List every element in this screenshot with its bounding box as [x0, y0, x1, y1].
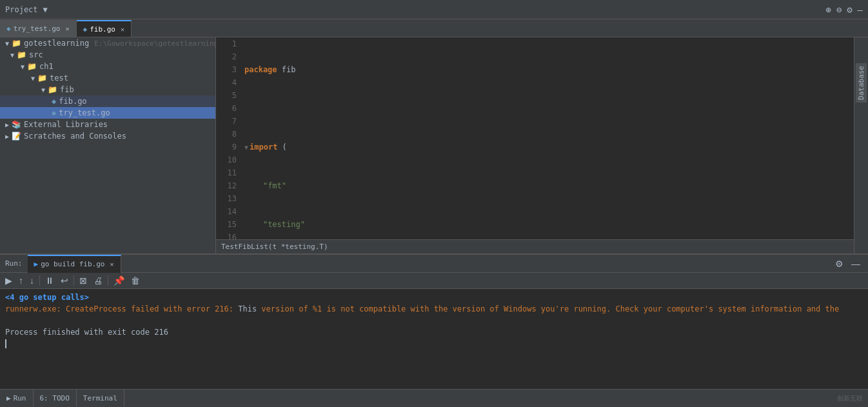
- console-line-3: [5, 315, 863, 326]
- sidebar-item-try-test-go[interactable]: ◆ try_test.go: [0, 107, 215, 119]
- sidebar-root-path: E:\Goworkspace\gotestlearning: [94, 39, 216, 48]
- tab-icon-fib: ◆: [83, 25, 88, 34]
- sidebar-fib-folder-label: fib: [60, 85, 74, 94]
- bottom-nav-terminal[interactable]: Terminal: [77, 390, 124, 408]
- new-scratch-icon[interactable]: ⊕: [825, 5, 831, 15]
- sidebar-item-external-libraries[interactable]: ▶ 📚 External Libraries: [0, 119, 215, 130]
- bottom-nav-run[interactable]: ▶ Run: [0, 390, 34, 408]
- bottom-tab-label: go build fib.go: [41, 260, 104, 268]
- tab-close-try-test[interactable]: ✕: [65, 25, 69, 32]
- sidebar-item-gotestlearning[interactable]: ▼ 📁 gotestlearning E:\Goworkspace\gotest…: [0, 37, 215, 49]
- folder-icon-fib-folder: 📁: [48, 85, 57, 94]
- scratches-icon: 📝: [12, 132, 21, 141]
- file-icon-try-test-go: ◆: [52, 108, 56, 117]
- expand-arrow-root: ▼: [5, 40, 9, 47]
- sidebar-item-ch1[interactable]: ▼ 📁 ch1: [0, 61, 215, 72]
- sidebar-ch1-label: ch1: [39, 62, 54, 71]
- sidebar-item-fib-go[interactable]: ◆ fib.go: [0, 95, 215, 107]
- sidebar-item-scratches[interactable]: ▶ 📝 Scratches and Consoles: [0, 130, 215, 142]
- code-line-3: ▼import (: [244, 141, 854, 154]
- console-cursor-line: [5, 338, 863, 350]
- bottom-tab-go-build[interactable]: ▶ go build fib.go ✕: [28, 255, 121, 273]
- console-cursor: [5, 339, 11, 348]
- line-numbers: 1 2 3 4 5 6 7 8 9 10 11 12 13 14 15 16: [216, 37, 242, 239]
- sidebar-scratches-label: Scratches and Consoles: [24, 132, 126, 141]
- scroll-down-button[interactable]: ↓: [27, 274, 37, 287]
- expand-arrow-src: ▼: [10, 52, 14, 59]
- code-line-2: [244, 102, 854, 115]
- settings-button[interactable]: ⚙: [833, 257, 846, 270]
- tab-fib-go[interactable]: ◆ fib.go ✕: [77, 20, 132, 37]
- sidebar-item-test[interactable]: ▼ 📁 test: [0, 72, 215, 84]
- sidebar-item-src[interactable]: ▼ 📁 src: [0, 49, 215, 61]
- editor-area: 1 2 3 4 5 6 7 8 9 10 11 12 13 14 15 16 p…: [216, 37, 854, 253]
- scroll-up-button[interactable]: ↑: [16, 274, 26, 287]
- top-bar-icons: ⊕ ⊖ ⚙ —: [825, 5, 863, 15]
- run-nav-label: Run: [14, 394, 26, 402]
- editor-function-hint: TestFibList(t *testing.T): [221, 243, 328, 251]
- expand-arrow-fib-folder: ▼: [41, 86, 45, 94]
- bottom-nav: ▶ Run 6: TODO Terminal 创新互联: [0, 389, 868, 407]
- project-label[interactable]: Project: [5, 5, 38, 14]
- bottom-panel: Run: ▶ go build fib.go ✕ ⚙ — ▶ ↑ ↓ ⏸ ↩ ⊠…: [0, 253, 868, 389]
- sidebar-src-label: src: [29, 50, 43, 59]
- todo-nav-label: 6: TODO: [40, 394, 70, 402]
- folder-icon-root: 📁: [12, 39, 21, 48]
- tab-label-fib: fib.go: [90, 25, 115, 34]
- run-nav-icon: ▶: [6, 394, 11, 402]
- clear-button[interactable]: ⊠: [77, 274, 90, 287]
- sidebar-item-fib-folder[interactable]: ▼ 📁 fib: [0, 84, 215, 95]
- minimize-icon[interactable]: —: [858, 5, 863, 15]
- right-panel: Database: [854, 37, 868, 253]
- sidebar-ext-lib-label: External Libraries: [24, 120, 108, 129]
- pin-button[interactable]: 📌: [111, 274, 127, 287]
- ext-lib-icon: 📚: [12, 120, 21, 129]
- console-line-4: Process finished with exit code 216: [5, 326, 863, 338]
- bottom-tab-close[interactable]: ✕: [110, 261, 113, 268]
- sidebar-fib-go-label: fib.go: [59, 97, 86, 106]
- settings-icon[interactable]: ⚙: [847, 5, 852, 15]
- console-line-2: runnerw.exe: CreateProcess failed with e…: [5, 303, 863, 315]
- tab-label-try-test: try_test.go: [14, 25, 61, 33]
- expand-arrow-test: ▼: [31, 75, 35, 82]
- wrap-lines-button[interactable]: ↩: [58, 274, 71, 287]
- watermark: 创新互联: [837, 395, 863, 402]
- top-bar: Project ▼ ⊕ ⊖ ⚙ —: [0, 0, 868, 19]
- main-area: ▼ 📁 gotestlearning E:\Goworkspace\gotest…: [0, 37, 868, 253]
- database-panel-label[interactable]: Database: [856, 63, 867, 103]
- editor-content[interactable]: 1 2 3 4 5 6 7 8 9 10 11 12 13 14 15 16 p…: [216, 37, 854, 239]
- code-line-5: "testing": [244, 218, 854, 231]
- folder-icon-test: 📁: [37, 74, 47, 83]
- folder-icon-src: 📁: [17, 50, 26, 59]
- project-dropdown-arrow[interactable]: ▼: [43, 5, 48, 14]
- play-button[interactable]: ▶: [3, 274, 15, 287]
- code-line-1: package fib: [244, 63, 854, 76]
- expand-arrow-ch1: ▼: [21, 63, 25, 70]
- console-line-1: <4 go setup calls>: [5, 292, 863, 303]
- bottom-nav-todo[interactable]: 6: TODO: [34, 390, 77, 408]
- trash-button[interactable]: 🗑: [128, 274, 143, 287]
- print-button[interactable]: 🖨: [91, 274, 105, 287]
- sidebar-root-label: gotestlearning: [24, 39, 89, 48]
- sidebar: ▼ 📁 gotestlearning E:\Goworkspace\gotest…: [0, 37, 216, 253]
- bottom-toolbar: ▶ ↑ ↓ ⏸ ↩ ⊠ 🖨 📌 🗑: [0, 273, 868, 289]
- tabs-bar: ◆ try_test.go ✕ ◆ fib.go ✕: [0, 19, 868, 37]
- tab-try-test-go[interactable]: ◆ try_test.go ✕: [0, 20, 77, 37]
- editor-status-bar: TestFibList(t *testing.T): [216, 239, 854, 253]
- sidebar-test-label: test: [50, 74, 68, 83]
- sidebar-try-test-go-label: try_test.go: [59, 108, 110, 117]
- pause-button[interactable]: ⏸: [43, 274, 57, 287]
- expand-arrow-scratches: ▶: [5, 133, 9, 140]
- console-output[interactable]: <4 go setup calls> runnerw.exe: CreatePr…: [0, 289, 868, 389]
- code-line-4: "fmt": [244, 179, 854, 192]
- close-panel-button[interactable]: —: [849, 257, 863, 270]
- tab-icon-try-test: ◆: [6, 25, 11, 33]
- folder-icon-ch1: 📁: [27, 62, 37, 71]
- file-icon-fib-go: ◆: [52, 97, 56, 106]
- bottom-tabs: Run: ▶ go build fib.go ✕ ⚙ —: [0, 255, 868, 273]
- run-icon: ▶: [34, 260, 39, 268]
- code-editor[interactable]: package fib ▼import ( "fmt" "testing" ) …: [242, 37, 854, 239]
- close-scratch-icon[interactable]: ⊖: [836, 5, 842, 15]
- tab-close-fib[interactable]: ✕: [121, 26, 124, 33]
- run-label: Run:: [0, 259, 28, 268]
